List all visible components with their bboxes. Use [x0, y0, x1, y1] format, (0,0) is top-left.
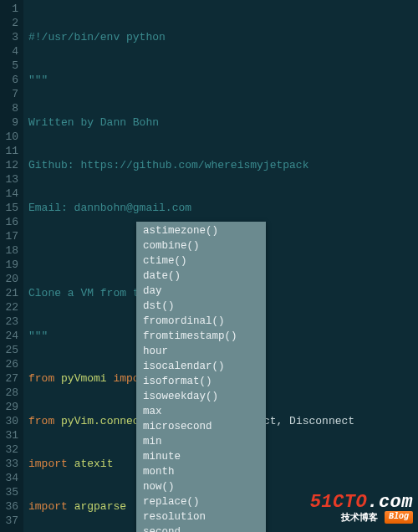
ac-item[interactable]: minute — [136, 449, 266, 464]
watermark: 51CTO.com 技术博客 Blog — [310, 492, 413, 524]
watermark-blog-badge: Blog — [385, 511, 413, 524]
autocomplete-popup[interactable]: astimezone() combine() ctime() date() da… — [136, 222, 266, 532]
ac-item[interactable]: resolution — [136, 509, 266, 524]
ac-item[interactable]: max — [136, 404, 266, 419]
ac-item[interactable]: hour — [136, 344, 266, 359]
ac-item[interactable]: min — [136, 434, 266, 449]
ac-item[interactable]: fromtimestamp() — [136, 329, 266, 344]
watermark-sub: 技术博客 — [341, 511, 378, 524]
ac-item[interactable]: date() — [136, 269, 266, 284]
shebang: #!/usr/bin/env python — [28, 31, 166, 43]
ac-item[interactable]: isoweekday() — [136, 389, 266, 404]
ac-item[interactable]: month — [136, 464, 266, 479]
ac-item[interactable]: isoformat() — [136, 374, 266, 389]
ac-item[interactable]: now() — [136, 479, 266, 494]
ac-item[interactable]: second — [136, 524, 266, 532]
ac-item[interactable]: isocalendar() — [136, 359, 266, 374]
ac-item[interactable]: fromordinal() — [136, 314, 266, 329]
ac-item[interactable]: combine() — [136, 238, 266, 253]
ac-item[interactable]: astimezone() — [136, 223, 266, 238]
ac-item[interactable]: ctime() — [136, 253, 266, 269]
ac-item[interactable]: dst() — [136, 299, 266, 314]
ac-item[interactable]: replace() — [136, 494, 266, 509]
ac-item[interactable]: microsecond — [136, 419, 266, 434]
line-number-gutter: 1 2 3 4 5 6 7 8 9 10 11 12 13 14 15 16 1… — [0, 0, 23, 532]
ac-item[interactable]: day — [136, 284, 266, 299]
watermark-brand: 51CTO — [310, 492, 368, 513]
